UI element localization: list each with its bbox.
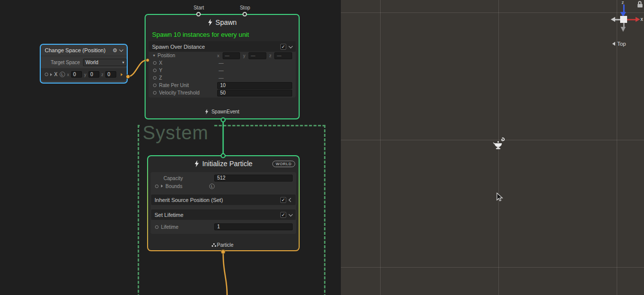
input-port[interactable] — [153, 76, 157, 80]
expander-triangle-icon[interactable] — [161, 185, 163, 188]
z-value-field[interactable]: 0 — [105, 71, 116, 78]
x-value-field[interactable]: 0 — [71, 71, 82, 78]
capacity-field[interactable]: 512 — [214, 175, 293, 182]
block-enabled-checkbox[interactable]: ✓ — [280, 44, 286, 50]
position-z-field[interactable]: — — [274, 52, 292, 59]
rate-per-unit-field[interactable]: 10 — [217, 82, 292, 89]
input-port[interactable] — [153, 91, 157, 95]
axis-x-label: x — [217, 53, 220, 58]
target-space-row: Target Space World ▾ — [41, 56, 127, 68]
grid-line — [341, 267, 644, 268]
spawn-node-note: Spawn 10 instances for every unit — [146, 30, 299, 41]
property-label: Capacity — [163, 176, 183, 181]
input-port[interactable] — [153, 69, 157, 72]
y-value-field[interactable]: 0 — [88, 71, 99, 78]
output-triangle-icon — [121, 73, 123, 76]
change-space-header[interactable]: Change Space (Position) ⚙ — [41, 45, 127, 56]
block-set-lifetime[interactable]: Set Lifetime ✓ — [151, 209, 296, 220]
grid-line — [341, 140, 644, 140]
property-label: Z — [159, 75, 162, 81]
value-x: — — [219, 60, 224, 66]
spawn-event-output: SpawnEvent — [146, 109, 299, 114]
property-row-z: Z — — [149, 74, 296, 82]
flow-output-label: SpawnEvent — [211, 109, 239, 114]
lightning-icon — [205, 109, 209, 114]
property-row-position: ▾ Position x — y — z — — [149, 52, 296, 59]
property-row-lifetime: Lifetime 1 — [151, 223, 296, 231]
block-title: Spawn Over Distance — [152, 44, 205, 50]
scene-view[interactable]: z x Top — [341, 0, 644, 295]
down-axis-cone[interactable] — [621, 27, 626, 32]
position-x-field[interactable]: — — [223, 52, 241, 59]
particle-icon — [213, 243, 215, 245]
chevron-down-icon: ▾ — [122, 60, 124, 65]
property-label: Lifetime — [161, 224, 178, 230]
x-axis-cone[interactable] — [636, 17, 640, 22]
foldout-triangle-icon[interactable]: ▾ — [153, 54, 155, 58]
chevron-left-icon[interactable] — [289, 197, 293, 201]
io-label: X — [54, 72, 58, 77]
axis-x-label: x — [67, 72, 70, 77]
input-port[interactable] — [153, 84, 157, 87]
flow-output-label: Particle — [217, 242, 234, 248]
property-label: Rate Per Unit — [159, 83, 189, 88]
target-space-dropdown[interactable]: World ▾ — [83, 59, 127, 66]
block-spawn-over-distance[interactable]: Spawn Over Distance ✓ — [149, 41, 296, 52]
axis-y-label: y — [243, 53, 245, 58]
particle-output: Particle — [148, 242, 299, 248]
spawn-node-header[interactable]: Spawn — [146, 15, 299, 30]
value-y: — — [219, 68, 224, 73]
gizmo-center-cube[interactable] — [620, 16, 627, 23]
edge-change-space-to-spawn[interactable] — [128, 60, 147, 77]
space-badge-local[interactable]: L — [209, 184, 215, 189]
flow-input-start-port[interactable] — [196, 12, 201, 16]
flow-input-stop-port[interactable] — [242, 12, 247, 16]
property-label: Velocity Threshold — [159, 90, 200, 96]
property-row-velocity-threshold: Velocity Threshold 50 — [149, 89, 296, 97]
left-axis-cone[interactable] — [611, 17, 615, 22]
axis-z-label: z — [269, 53, 272, 58]
input-port[interactable] — [45, 73, 48, 76]
view-orientation-label[interactable]: Top — [612, 41, 626, 47]
vfx-graph-canvas[interactable]: System Start Stop Spawn Spawn 10 instanc… — [0, 0, 341, 295]
initialize-particle-node[interactable]: Initialize Particle WORLD Capacity 512 B… — [147, 155, 300, 251]
lock-icon[interactable] — [638, 1, 643, 7]
property-label: Bounds — [165, 184, 182, 189]
property-label: Y — [159, 68, 162, 73]
chevron-down-icon[interactable] — [289, 212, 293, 216]
world-space-badge[interactable]: WORLD — [272, 161, 295, 167]
block-enabled-checkbox[interactable]: ✓ — [280, 197, 286, 203]
lightning-icon — [208, 19, 213, 26]
change-space-node[interactable]: Change Space (Position) ⚙ Target Space W… — [40, 44, 128, 84]
position-y-field[interactable]: — — [248, 52, 266, 59]
property-row-x: X — — [149, 59, 296, 67]
block-inherit-source-position[interactable]: Inherit Source Position (Set) ✓ — [151, 195, 296, 205]
axis-y-label: y — [84, 72, 86, 77]
vfx-graph-window: System Start Stop Spawn Spawn 10 instanc… — [0, 0, 644, 295]
space-badge-local[interactable]: L — [60, 72, 65, 77]
target-space-label: Target Space — [51, 60, 80, 65]
initialize-node-title: Initialize Particle — [202, 160, 252, 168]
mouse-cursor — [496, 193, 503, 202]
property-row-y: Y — — [149, 67, 296, 74]
input-port[interactable] — [155, 185, 159, 188]
gear-icon[interactable]: ⚙ — [112, 47, 117, 54]
dropdown-value: World — [85, 60, 120, 65]
view-label-text: Top — [617, 41, 626, 47]
expander-triangle-icon[interactable] — [50, 73, 52, 76]
block-enabled-checkbox[interactable]: ✓ — [280, 212, 286, 218]
velocity-threshold-field[interactable]: 50 — [217, 90, 292, 97]
chevron-down-icon[interactable] — [289, 44, 293, 48]
flow-input-start-label: Start — [184, 5, 214, 10]
system-group-label[interactable]: System — [140, 122, 214, 146]
spawn-context-node[interactable]: Spawn Spawn 10 instances for every unit … — [145, 14, 300, 119]
input-port[interactable] — [153, 61, 157, 65]
gizmo-x-label[interactable]: x — [641, 16, 643, 22]
lifetime-field[interactable]: 1 — [214, 223, 293, 230]
vfx-gizmo-icon[interactable] — [493, 137, 506, 151]
property-row-capacity: Capacity 512 — [151, 174, 296, 182]
property-label: Position — [158, 53, 175, 58]
arrow-left-icon — [612, 42, 615, 46]
input-port[interactable] — [155, 225, 159, 229]
chevron-down-icon[interactable] — [119, 48, 123, 52]
